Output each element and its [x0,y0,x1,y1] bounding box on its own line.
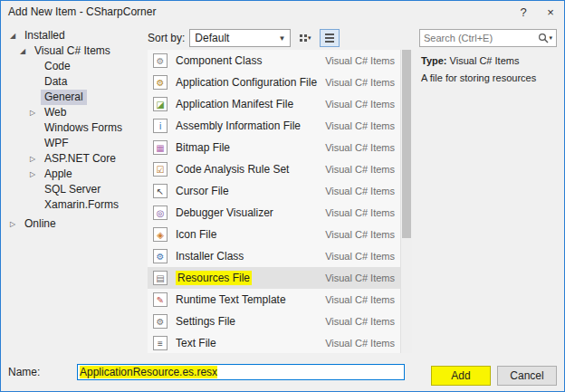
collapsed-arrow-icon[interactable]: ▷ [30,167,41,182]
tree-item-general[interactable]: General [8,90,146,105]
list-item-application-configuration-file[interactable]: ⚙Application Configuration FileVisual C#… [148,72,400,93]
collapsed-arrow-icon[interactable]: ▷ [30,151,41,167]
item-name: Installer Class [176,250,318,263]
item-name: Debugger Visualizer [176,206,318,219]
collapsed-arrow-icon[interactable]: ▷ [10,216,21,232]
name-input-value: ApplicationResource.es.resx [80,366,217,378]
tree-item-windows-forms[interactable]: Windows Forms [8,120,146,136]
tree-item-apple[interactable]: ▷Apple [8,167,146,182]
sort-dropdown[interactable]: Default ▼ [189,29,291,47]
list-scrollbar[interactable] [400,50,412,353]
assembly-information-file-icon: i [153,119,168,133]
item-name: Component Class [176,54,318,67]
dialog-buttons: Add Cancel [431,359,557,386]
cursor-file-icon: ↖ [153,184,168,198]
list-item-resources-file[interactable]: ▤Resources FileVisual C# Items [148,267,400,289]
resources-file-icon: ▤ [153,271,168,285]
dialog-body: ◢Installed◢Visual C# ItemsCodeDataGenera… [1,23,564,353]
list-view-icon [325,37,334,39]
tree-item-label: ASP.NET Core [41,151,120,167]
title-bar: Add New Item - CSharpCorner ? × [1,1,564,23]
tree-item-label: WPF [41,136,72,151]
tree-item-code[interactable]: Code [8,59,146,74]
tree-item-label: Data [41,74,71,90]
item-category: Visual C# Items [325,164,395,175]
tree-item-xamarin-forms[interactable]: Xamarin.Forms [8,197,146,213]
list-item-debugger-visualizer[interactable]: ◎Debugger VisualizerVisual C# Items [148,202,400,224]
app-configuration-file-icon: ⚙ [153,75,168,90]
center-pane: Sort by: Default ▼ ▾ ⚙Component ClassVis… [148,26,412,353]
item-details: Type: Visual C# Items A file for storing… [419,47,557,85]
item-name: Text File [176,337,318,349]
tree-item-installed[interactable]: ◢Installed [8,28,146,43]
app-manifest-file-icon: ◪ [153,97,168,111]
chevron-down-icon: ▾ [308,34,311,42]
item-category: Visual C# Items [325,338,395,349]
text-file-icon: ≡ [153,336,168,350]
expanded-arrow-icon[interactable]: ◢ [20,43,31,59]
search-placeholder: Search (Ctrl+E) [424,33,538,43]
search-icon [538,33,549,43]
list-item-application-manifest-file[interactable]: ◪Application Manifest FileVisual C# Item… [148,93,400,115]
search-input[interactable]: Search (Ctrl+E) ▾ [419,29,557,47]
list-item-settings-file[interactable]: ⚙Settings FileVisual C# Items [148,311,400,332]
item-category: Visual C# Items [325,316,395,327]
installer-class-icon: ⚙ [153,249,168,263]
list-item-icon-file[interactable]: ◈Icon FileVisual C# Items [148,224,400,245]
item-category: Visual C# Items [325,294,395,305]
list-item-code-analysis-rule-set[interactable]: ☑Code Analysis Rule SetVisual C# Items [148,158,400,180]
item-name: Settings File [176,315,318,328]
list-view-button[interactable] [320,29,340,47]
item-category: Visual C# Items [325,120,395,131]
list-item-component-class[interactable]: ⚙Component ClassVisual C# Items [148,50,400,72]
item-category: Visual C# Items [325,186,395,196]
debugger-visualizer-icon: ◎ [153,206,168,220]
name-input[interactable]: ApplicationResource.es.resx [77,364,405,380]
cancel-button[interactable]: Cancel [497,366,557,386]
tree-item-visual-c-items[interactable]: ◢Visual C# Items [8,43,146,59]
tree-item-label: General [41,90,87,105]
item-type-line: Type: Visual C# Items [421,54,557,68]
tree-item-sql-server[interactable]: SQL Server [8,182,146,197]
template-list: ⚙Component ClassVisual C# Items⚙Applicat… [148,50,400,353]
list-item-assembly-information-file[interactable]: iAssembly Information FileVisual C# Item… [148,115,400,137]
item-name: Application Manifest File [176,98,318,110]
tree-item-asp-net-core[interactable]: ▷ASP.NET Core [8,151,146,167]
tree-item-label: Windows Forms [41,120,126,136]
runtime-text-template-icon: ✎ [153,292,168,307]
item-category: Visual C# Items [325,207,395,218]
tree-item-data[interactable]: Data [8,74,146,90]
bitmap-file-icon: ▦ [153,140,168,155]
tree-item-wpf[interactable]: WPF [8,136,146,151]
item-category: Visual C# Items [325,99,395,110]
component-class-icon: ⚙ [153,53,168,68]
tree-item-online[interactable]: ▷Online [8,216,146,232]
help-button[interactable]: ? [510,3,537,21]
tree-item-label: Apple [41,167,76,182]
list-item-installer-class[interactable]: ⚙Installer ClassVisual C# Items [148,245,400,267]
icon-file-icon: ◈ [153,227,168,242]
close-button[interactable]: × [537,3,564,21]
tree-item-label: Web [41,105,70,120]
item-category: Visual C# Items [325,272,395,283]
list-item-cursor-file[interactable]: ↖Cursor FileVisual C# Items [148,180,400,202]
item-category: Visual C# Items [325,77,395,88]
collapsed-arrow-icon[interactable]: ▷ [30,105,41,120]
tree-item-label: Online [21,216,60,232]
item-name: Resources File [176,271,252,285]
item-name: Code Analysis Rule Set [176,163,318,176]
scrollbar-thumb[interactable] [402,50,411,238]
tree-item-label: Xamarin.Forms [41,197,122,213]
item-name: Application Configuration File [176,76,318,89]
tree-item-web[interactable]: ▷Web [8,105,146,120]
list-item-runtime-text-template[interactable]: ✎Runtime Text TemplateVisual C# Items [148,289,400,311]
expanded-arrow-icon[interactable]: ◢ [10,28,21,43]
list-item-bitmap-file[interactable]: ▦Bitmap FileVisual C# Items [148,137,400,158]
small-icons-view-button[interactable]: ▾ [295,29,315,47]
category-tree: ◢Installed◢Visual C# ItemsCodeDataGenera… [8,26,146,353]
item-category: Visual C# Items [325,142,395,153]
bottom-bar: Name: ApplicationResource.es.resx Add Ca… [1,353,564,391]
list-item-text-file[interactable]: ≡Text FileVisual C# Items [148,332,400,353]
add-button[interactable]: Add [431,366,491,386]
tree-item-label: SQL Server [41,182,104,197]
